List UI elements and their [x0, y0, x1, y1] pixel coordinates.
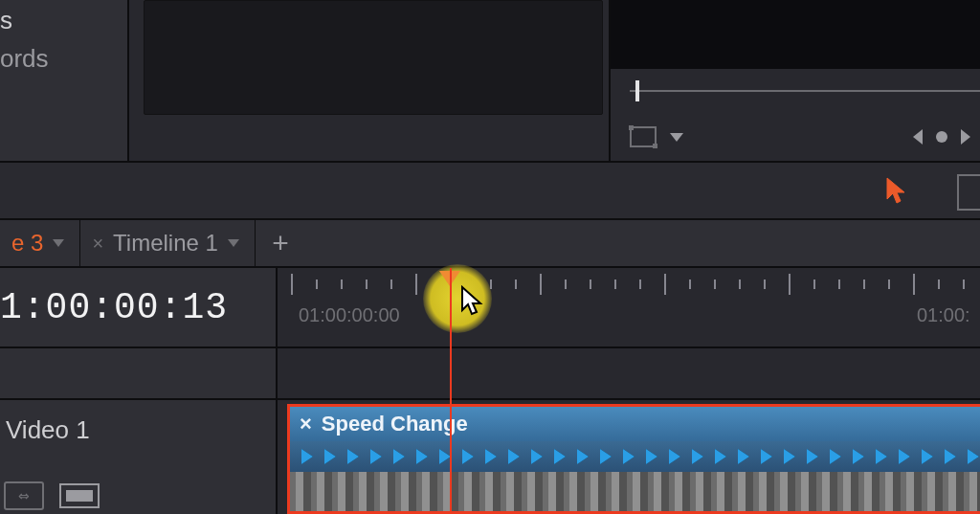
timeline-tabs-bar: e 3 × Timeline 1 + — [0, 220, 980, 268]
gap-row-header — [0, 348, 278, 400]
tab-timeline-1[interactable]: × Timeline 1 — [80, 219, 256, 267]
mode-toolbar — [0, 161, 980, 220]
viewer-frame — [144, 0, 603, 115]
track-buttons: ⇔ — [4, 481, 101, 510]
track-view-toggle[interactable] — [57, 481, 101, 510]
video-track-header[interactable]: Video 1 ⇔ — [0, 400, 278, 514]
video-track-lane[interactable]: × Speed Change — [278, 400, 980, 514]
next-frame-icon[interactable] — [961, 129, 970, 145]
media-pool-left-panel: s ords — [0, 0, 129, 161]
clip-title-bar[interactable]: × Speed Change — [290, 407, 980, 441]
ruler-ticks — [278, 274, 980, 297]
video-clip[interactable]: × Speed Change — [287, 404, 980, 514]
close-icon[interactable]: × — [300, 412, 312, 436]
viewer-controls-panel — [609, 0, 980, 161]
timeline-ruler[interactable]: 01:00:00:00 01:00: — [278, 268, 980, 348]
prev-frame-icon[interactable] — [913, 129, 923, 145]
viewer-black-area — [611, 0, 980, 69]
left-panel-text-1: s — [0, 6, 13, 35]
viewer-seek-track[interactable] — [630, 90, 980, 92]
ruler-label-start: 01:00:00:00 — [299, 304, 400, 326]
selection-tool-icon[interactable] — [885, 176, 908, 203]
plus-icon: + — [272, 227, 289, 259]
clip-title: Speed Change — [322, 412, 468, 436]
track-link-toggle[interactable]: ⇔ — [4, 481, 44, 510]
loop-dot-icon[interactable] — [936, 131, 947, 143]
track-view-inner — [66, 490, 93, 502]
viewer-toolbar — [630, 121, 970, 153]
current-timecode: 1:00:00:13 — [0, 287, 228, 328]
toolbar-edge-button[interactable] — [957, 174, 980, 211]
gap-row-lane — [278, 348, 980, 400]
playhead-marker-icon[interactable] — [439, 271, 460, 286]
viewer-seek-handle[interactable] — [635, 80, 639, 101]
tab-timeline-1-label: Timeline 1 — [113, 230, 218, 257]
left-panel-text-2: ords — [0, 44, 49, 74]
chevron-down-icon[interactable] — [228, 239, 239, 247]
video-track-title: Video 1 — [6, 415, 90, 445]
tab-active[interactable]: e 3 — [0, 219, 80, 267]
timecode-box[interactable]: 1:00:00:13 — [0, 268, 278, 348]
clip-thumbnails — [290, 472, 980, 514]
clip-speed-row[interactable] — [290, 441, 980, 472]
transform-dropdown-icon[interactable] — [670, 133, 683, 142]
close-icon[interactable]: × — [92, 233, 103, 255]
add-timeline-button[interactable]: + — [256, 219, 305, 267]
transform-overlay-icon[interactable] — [630, 126, 657, 147]
top-panel: s ords — [0, 0, 980, 161]
link-glyph: ⇔ — [18, 488, 30, 503]
tab-active-label: e 3 — [11, 230, 43, 257]
chevron-down-icon[interactable] — [53, 239, 64, 247]
ruler-label-next: 01:00: — [917, 304, 970, 326]
